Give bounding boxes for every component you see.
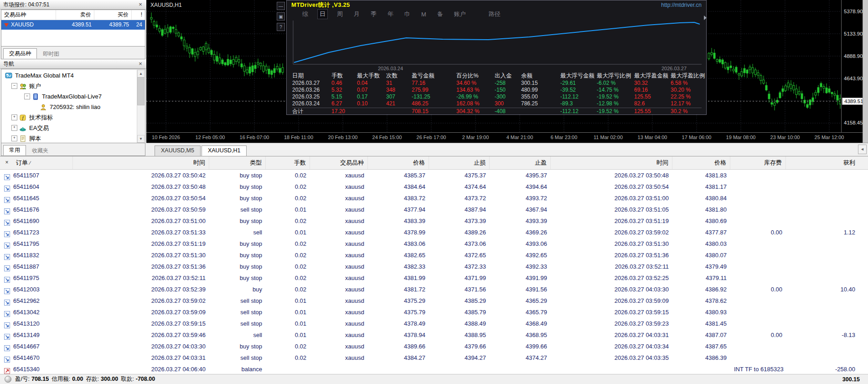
chart-tab-XAUUSD,H1[interactable]: XAUUSD,H1 bbox=[202, 145, 247, 156]
order-row[interactable]: 654116042026.03.27 03:50:48buy stop0.02x… bbox=[0, 181, 868, 192]
order-cell: buy stop bbox=[209, 215, 266, 227]
order-row[interactable]: 654118322026.03.27 03:51:30buy stop0.02x… bbox=[0, 249, 868, 261]
stats-menu-item-备[interactable]: 备 bbox=[435, 10, 445, 19]
expand-icon[interactable]: + bbox=[11, 135, 17, 141]
order-id: 65413042 bbox=[13, 306, 40, 318]
stats-titlebar: MTDriver统计 ,V3.25 http://mtdriver.cn bbox=[287, 0, 706, 10]
market-watch-col-2[interactable]: 卖价 bbox=[56, 10, 94, 20]
terminal-col-11[interactable]: 库存费 bbox=[730, 156, 786, 169]
terminal-col-9[interactable]: 时间 bbox=[551, 156, 672, 169]
stats-cell: 22.25 % bbox=[671, 93, 699, 100]
expand-icon[interactable]: + bbox=[11, 125, 17, 131]
order-row[interactable]: 654130422026.03.27 03:59:09sell stop0.01… bbox=[0, 306, 868, 318]
market-watch-symbol-row[interactable]: XAUUSD4389.514389.7524 bbox=[1, 20, 145, 30]
stats-menu-item-月[interactable]: 月 bbox=[352, 10, 362, 19]
order-row[interactable]: 654116452026.03.27 03:50:54buy stop0.02x… bbox=[0, 192, 868, 204]
tree-item-2[interactable]: −账户 bbox=[2, 81, 137, 91]
order-id: 65414667 bbox=[13, 341, 40, 352]
scrollbar-thumb[interactable] bbox=[137, 77, 145, 105]
order-cell: 4385.29 bbox=[429, 295, 490, 306]
order-row[interactable]: 654116902026.03.27 03:51:00buy stop0.02x… bbox=[0, 215, 868, 227]
stats-link[interactable]: http://mtdriver.cn bbox=[661, 2, 702, 8]
collapse-icon[interactable]: − bbox=[11, 83, 17, 89]
order-cell: 4374.27 bbox=[490, 352, 551, 363]
stats-menu-item-年[interactable]: 年 bbox=[386, 10, 395, 19]
tab-scroll-left-icon[interactable]: ◄ bbox=[858, 145, 867, 154]
close-icon[interactable]: × bbox=[136, 0, 145, 9]
order-row[interactable]: 654120032026.03.27 03:52:39buy0.02xauusd… bbox=[0, 284, 868, 295]
market-watch-tab-即时图[interactable]: 即时图 bbox=[37, 49, 65, 59]
stats-menu-item-周[interactable]: 周 bbox=[335, 10, 345, 19]
navigator-scrollbar[interactable]: ▲ ▼ bbox=[137, 70, 145, 143]
terminal-col-2[interactable]: 时间 bbox=[73, 156, 209, 169]
stats-menu-item-日[interactable]: 日 bbox=[317, 9, 328, 19]
order-row[interactable]: 654131202026.03.27 03:59:15sell stop0.01… bbox=[0, 318, 868, 329]
stats-cell: 2026.03.27 bbox=[292, 80, 331, 87]
terminal-col-6[interactable]: 价格 bbox=[368, 156, 429, 169]
navigator-tab-常用[interactable]: 常用 bbox=[3, 145, 26, 156]
order-cell: 0.02 bbox=[266, 170, 310, 181]
order-cell: 4379.11 bbox=[672, 272, 730, 284]
order-row[interactable]: 654153402026.03.27 04:06:40balanceINT TF… bbox=[0, 363, 868, 374]
scroll-down-icon[interactable]: ▼ bbox=[137, 135, 145, 143]
order-row[interactable]: 654146672026.03.27 04:03:30buy stop0.02x… bbox=[0, 341, 868, 352]
market-watch-col-1[interactable]: 交易品种 bbox=[1, 10, 56, 20]
stats-menu-item-M[interactable]: M bbox=[419, 10, 428, 18]
stats-cell: 0.46 bbox=[331, 80, 357, 87]
terminal-close-icon[interactable]: × bbox=[4, 160, 10, 166]
tree-item-7[interactable]: +脚本 bbox=[2, 133, 137, 144]
market-watch-col-4[interactable]: ! bbox=[132, 10, 145, 20]
order-row[interactable]: 654118872026.03.27 03:51:36buy stop0.02x… bbox=[0, 261, 868, 272]
order-cell bbox=[786, 318, 868, 329]
order-row[interactable]: 654116762026.03.27 03:50:59sell stop0.01… bbox=[0, 204, 868, 215]
stats-col-header: 出入金 bbox=[495, 73, 521, 80]
terminal-col-8[interactable]: 止盈 bbox=[490, 156, 551, 169]
order-row[interactable]: 654117232026.03.27 03:51:33sell0.01xauus… bbox=[0, 227, 868, 238]
chart-tab-XAUUSD,M5[interactable]: XAUUSD,M5 bbox=[155, 145, 201, 156]
order-row[interactable]: 654146702026.03.27 04:03:31sell stop0.02… bbox=[0, 352, 868, 363]
order-row[interactable]: 654119752026.03.27 03:52:11buy stop0.02x… bbox=[0, 272, 868, 284]
terminal-col-10[interactable]: 价格 bbox=[672, 156, 730, 169]
stats-menu-item-巾[interactable]: 巾 bbox=[403, 10, 412, 19]
order-cell: sell stop bbox=[209, 318, 266, 329]
chart-mini-button-1[interactable]: — bbox=[277, 2, 285, 10]
order-row[interactable]: 654115072026.03.27 03:50:42buy stop0.02x… bbox=[0, 170, 868, 181]
tree-item-3[interactable]: −TradeMaxGlobal-Live7 bbox=[2, 91, 137, 102]
stats-menu-item-季[interactable]: 季 bbox=[369, 10, 378, 19]
order-cell: 2026.03.27 03:50:59 bbox=[73, 204, 209, 215]
tree-item-4[interactable]: 7205932: shilin liao bbox=[2, 102, 137, 112]
market-watch-col-3[interactable]: 买价 bbox=[94, 10, 132, 20]
order-row[interactable]: 654131492026.03.27 03:59:46sell0.01xauus… bbox=[0, 329, 868, 341]
navigator-title: 导航 bbox=[3, 60, 14, 68]
order-row[interactable]: 654117952026.03.27 03:51:19buy stop0.02x… bbox=[0, 238, 868, 249]
chart-mini-button-2[interactable]: ▣ bbox=[277, 12, 285, 21]
terminal-col-3[interactable]: 类型 bbox=[209, 156, 266, 169]
order-row[interactable]: 654129622026.03.27 03:59:02sell stop0.01… bbox=[0, 295, 868, 306]
terminal-col-5[interactable]: 交易品种 bbox=[310, 156, 368, 169]
order-icon bbox=[4, 207, 10, 213]
scroll-up-icon[interactable]: ▲ bbox=[137, 70, 145, 78]
terminal-col-7[interactable]: 止损 bbox=[429, 156, 490, 169]
tree-item-5[interactable]: +f技术指标 bbox=[2, 112, 137, 123]
stats-row-1: 2026.03.270.460.043177.1634.60 %-258300.… bbox=[292, 80, 702, 87]
stats-menu-item-账户[interactable]: 账户 bbox=[452, 10, 468, 19]
order-cell: 4375.37 bbox=[429, 170, 490, 181]
navigator-tab-收藏夹[interactable]: 收藏夹 bbox=[26, 146, 54, 156]
expand-icon[interactable]: + bbox=[11, 114, 17, 120]
order-cell: 2026.03.27 03:50:54 bbox=[73, 192, 209, 204]
current-bid-price-box: 4389.51 bbox=[842, 98, 866, 105]
terminal-col-4[interactable]: 手数 bbox=[266, 156, 310, 169]
tree-item-1[interactable]: TradeMax Global MT4 bbox=[2, 70, 137, 81]
market-watch-titlebar: 市场报价: 04:07:51 × bbox=[0, 0, 146, 10]
close-icon[interactable]: × bbox=[136, 60, 145, 68]
stats-menu-item-路径[interactable]: 路径 bbox=[487, 10, 502, 19]
market-watch-tab-交易品种[interactable]: 交易品种 bbox=[3, 48, 37, 59]
status-item: 存款:300.00 bbox=[86, 376, 119, 382]
terminal-col-1[interactable]: ×订单∕ bbox=[0, 156, 73, 169]
terminal-col-12[interactable]: 获利 bbox=[786, 156, 868, 169]
chart-mini-button-3[interactable]: ? bbox=[277, 23, 285, 31]
stats-menu-item-综[interactable]: 综 bbox=[300, 10, 310, 19]
tree-item-6[interactable]: +EA交易 bbox=[2, 123, 137, 133]
collapse-icon[interactable]: − bbox=[24, 93, 30, 99]
order-cell bbox=[786, 249, 868, 261]
